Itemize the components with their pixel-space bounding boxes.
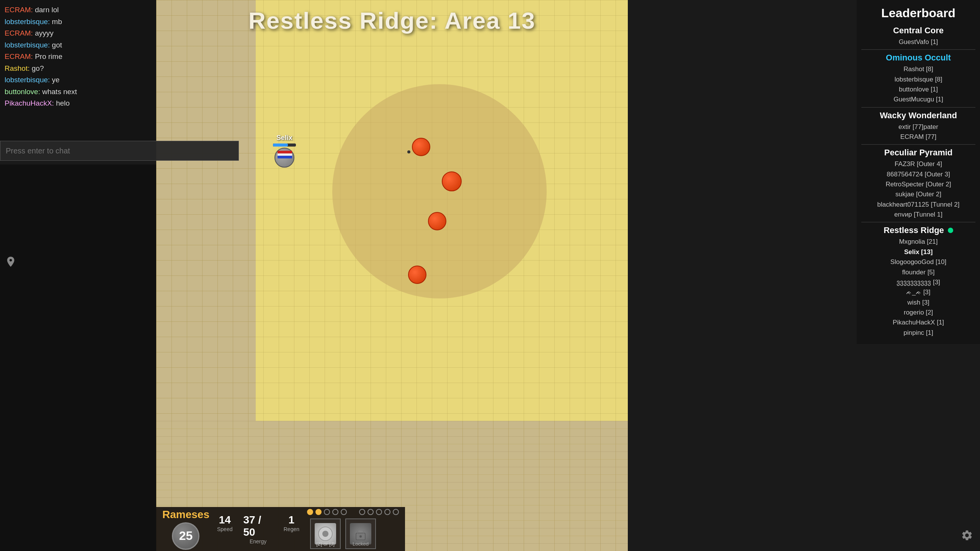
settings-gear-icon[interactable] <box>961 529 973 544</box>
hud-stat-energy: 37 / 50 Energy <box>243 514 273 544</box>
chat-message-7: lobsterbisque: ye <box>5 75 152 86</box>
lb-section-wacky-wonderland: Wacky Wonderland <box>861 111 975 121</box>
online-indicator <box>948 228 953 233</box>
ability-1-key: [Z] or [J] <box>316 541 335 547</box>
lb-player-extir: extir [77]pater <box>861 122 975 132</box>
player-flag <box>278 151 292 158</box>
pip-2-2 <box>368 509 374 515</box>
lb-player-envir: envир [Tunnel 1] <box>861 210 975 220</box>
lb-player-mxgnolia: Mxgnolia [21] <box>861 237 975 247</box>
chat-message-1: ECRAM: darn lol <box>5 5 152 16</box>
chat-message-8: buttonlove: whats next <box>5 86 152 98</box>
lb-player-georgian: ვვვვვვვვვვ [3] <box>861 277 975 287</box>
lb-player-wish: wish [3] <box>861 298 975 308</box>
pip-row-1 <box>307 509 347 515</box>
chat-message-6: Rashot: go? <box>5 63 152 74</box>
enemy-orb-2 <box>442 171 462 191</box>
chat-text-6: go? <box>32 64 44 72</box>
hud-stat-speed: 14 Speed <box>217 514 232 544</box>
lb-player-lobsterbisque: lobsterbisque [8] <box>861 75 975 85</box>
lb-player-faz3r: FAZ3R [Outer 4] <box>861 159 975 169</box>
lb-player-buttonlove: buttonlove [1] <box>861 85 975 95</box>
chat-input[interactable] <box>0 141 239 161</box>
lb-player-slogoogoood: SlogoogooGod [10] <box>861 257 975 267</box>
enemy-orb-1 <box>412 138 430 156</box>
hud-stat-regen: 1 Regen <box>284 514 299 544</box>
pip-rows <box>307 509 399 516</box>
lb-section-peculiar-pyramid: Peculiar Pyramid <box>861 148 975 158</box>
player-health-bar <box>273 143 296 147</box>
chat-user-3: ECRAM: <box>5 29 35 37</box>
pip-1-2 <box>315 509 322 515</box>
chat-text-5: Pro rime <box>35 52 62 60</box>
chat-user-4: lobsterbisque: <box>5 41 52 49</box>
svg-point-1 <box>322 531 328 537</box>
leaderboard-panel: Leaderboard Central Core GuestVafo [1] O… <box>857 0 980 344</box>
large-terrain-circle <box>332 84 547 298</box>
pip-2-3 <box>376 509 382 515</box>
lb-section-restless-ridge: Restless Ridge <box>861 225 975 235</box>
pip-1-4 <box>332 509 338 515</box>
chat-message-4: lobsterbisque: got <box>5 40 152 51</box>
chat-input-area[interactable] <box>0 141 244 162</box>
small-dot-1 <box>407 150 410 153</box>
lb-section-ominous-occult: Ominous Occult <box>861 53 975 63</box>
lb-player-rashot: Rashot [8] <box>861 64 975 74</box>
lb-divider-2 <box>861 107 975 108</box>
flag-blue <box>278 156 292 158</box>
lb-player-86875: 8687564724 [Outer 3] <box>861 170 975 179</box>
pip-1-5 <box>341 509 347 515</box>
player-health-fill <box>273 143 288 147</box>
pip-2-4 <box>384 509 390 515</box>
chat-user-7: lobsterbisque: <box>5 76 52 84</box>
chat-user-6: Rashot: <box>5 64 32 72</box>
bottom-hud: Rameses 25 14 Speed 37 / 50 Energy 1 Reg… <box>156 507 405 551</box>
chat-text-8: whats next <box>42 88 77 96</box>
pip-1-1 <box>307 509 313 515</box>
pip-row-2 <box>359 509 399 515</box>
chat-panel: ECRAM: darn lol lobsterbisque: mb ECRAM:… <box>0 0 156 161</box>
lb-player-blackheart: blackheart071125 [Tunnel 2] <box>861 200 975 210</box>
chat-text-2: mb <box>52 18 62 26</box>
lb-player-pikachuhackx: PikachuHackX [1] <box>861 318 975 328</box>
chat-text-7: ye <box>52 76 60 84</box>
chat-user-1: ECRAM: <box>5 6 35 14</box>
player-character: Selix <box>273 134 296 168</box>
lb-player-guestvafo: GuestVafo [1] <box>861 37 975 47</box>
chat-text-9: helo <box>56 99 70 107</box>
left-sidebar-bottom <box>0 165 156 551</box>
chat-user-9: PikachuHackX: <box>5 99 56 107</box>
chat-text-3: ayyyy <box>35 29 54 37</box>
enemy-orb-4 <box>408 266 426 284</box>
lb-player-rogerio: rogerio [2] <box>861 308 975 318</box>
lb-divider-1 <box>861 49 975 50</box>
map-location-icon[interactable] <box>5 256 17 268</box>
chat-user-8: buttonlove: <box>5 88 42 96</box>
hud-pips-abilities: [Z] or [J] Locked <box>307 509 399 549</box>
hud-regen-value: 1 <box>289 514 295 526</box>
hud-energy-label: Energy <box>250 538 266 544</box>
svg-point-3 <box>359 535 362 538</box>
lb-player-guestmucugu: GuestMucugu [1] <box>861 95 975 104</box>
ability-2-locked-label: Locked <box>353 541 369 547</box>
lb-section-central-core: Central Core <box>861 26 975 36</box>
ability-slots: [Z] or [J] Locked <box>310 518 399 549</box>
lb-player-smile: ᨃ_ᨃ [3] <box>861 287 975 297</box>
hud-speed-label: Speed <box>217 526 232 532</box>
lb-player-retrospecter: RetroSpecter [Outer 2] <box>861 179 975 189</box>
pip-2-1 <box>359 509 365 515</box>
lb-player-sukjae: sukjae [Outer 2] <box>861 189 975 199</box>
pip-2-5 <box>393 509 399 515</box>
chat-text-1: darn lol <box>35 6 59 14</box>
lb-divider-3 <box>861 144 975 145</box>
ability-slot-1[interactable]: [Z] or [J] <box>310 518 341 549</box>
chat-message-2: lobsterbisque: mb <box>5 16 152 28</box>
player-name-label: Selix <box>276 134 292 142</box>
hud-player-name: Rameses <box>162 509 209 521</box>
hud-speed-value: 14 <box>219 514 231 526</box>
hud-energy-value: 37 / 50 <box>243 514 273 538</box>
ability-slot-2[interactable]: Locked <box>345 518 376 549</box>
chat-message-3: ECRAM: ayyyy <box>5 28 152 39</box>
flag-red <box>278 151 292 153</box>
chat-message-5: ECRAM: Pro rime <box>5 51 152 62</box>
